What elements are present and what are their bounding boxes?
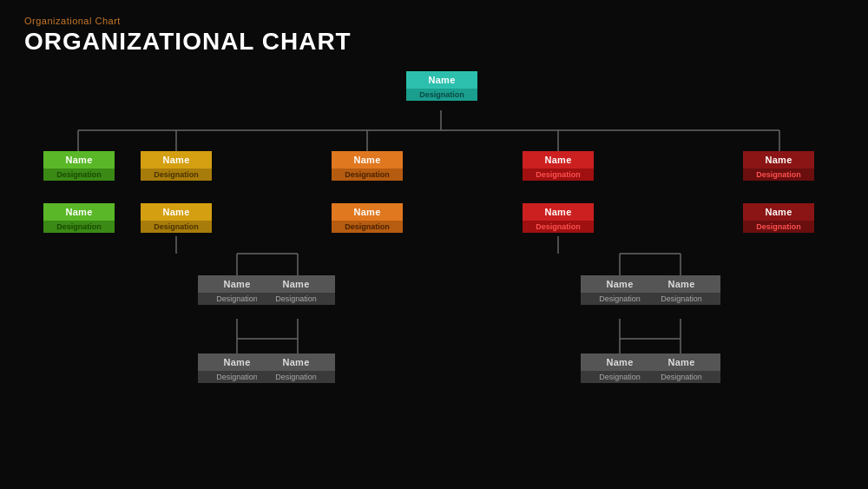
node-l1-3-name: Name bbox=[332, 151, 403, 169]
node-l3-2: Name Designation bbox=[257, 275, 335, 305]
node-l2-4: Name Designation bbox=[523, 203, 594, 233]
connector-lines bbox=[24, 63, 844, 436]
node-l2-1: Name Designation bbox=[43, 203, 115, 233]
node-l1-5: Name Designation bbox=[743, 151, 814, 181]
page-subtitle: Organizational Chart bbox=[24, 16, 844, 26]
node-l3-2-desig: Designation bbox=[257, 293, 335, 305]
node-l1-2-desig: Designation bbox=[141, 169, 212, 181]
node-l3-4-name: Name bbox=[642, 275, 720, 293]
node-l4-4-desig: Designation bbox=[642, 371, 720, 383]
node-l4-2: Name Designation bbox=[257, 354, 335, 383]
node-l1-4-name: Name bbox=[523, 151, 594, 169]
page: Organizational Chart ORGANIZATIONAL CHAR… bbox=[0, 0, 868, 489]
node-root: Name Designation bbox=[406, 71, 477, 101]
node-l2-5-desig: Designation bbox=[743, 221, 814, 233]
node-l1-2-name: Name bbox=[141, 151, 212, 169]
node-l2-2-name: Name bbox=[141, 203, 212, 221]
node-root-name: Name bbox=[406, 71, 477, 89]
node-l2-5: Name Designation bbox=[743, 203, 814, 233]
node-l1-5-desig: Designation bbox=[743, 169, 814, 181]
node-l2-5-name: Name bbox=[743, 203, 814, 221]
node-l1-3-desig: Designation bbox=[332, 169, 403, 181]
node-l4-2-desig: Designation bbox=[257, 371, 335, 383]
org-chart: Name Designation Name Designation Name D… bbox=[24, 63, 844, 436]
node-l2-3-name: Name bbox=[332, 203, 403, 221]
node-l2-4-name: Name bbox=[523, 203, 594, 221]
node-l1-5-name: Name bbox=[743, 151, 814, 169]
node-l2-1-desig: Designation bbox=[43, 221, 115, 233]
node-l2-4-desig: Designation bbox=[523, 221, 594, 233]
node-l2-2-desig: Designation bbox=[141, 221, 212, 233]
node-l2-1-name: Name bbox=[43, 203, 115, 221]
node-l4-4: Name Designation bbox=[642, 354, 720, 383]
node-l2-3: Name Designation bbox=[332, 203, 403, 233]
node-l3-4: Name Designation bbox=[642, 275, 720, 305]
node-l4-2-name: Name bbox=[257, 354, 335, 371]
node-l2-3-desig: Designation bbox=[332, 221, 403, 233]
node-l1-1-name: Name bbox=[43, 151, 115, 169]
node-l1-3: Name Designation bbox=[332, 151, 403, 181]
node-l2-2: Name Designation bbox=[141, 203, 212, 233]
node-l1-2: Name Designation bbox=[141, 151, 212, 181]
node-l3-2-name: Name bbox=[257, 275, 335, 293]
node-l1-1: Name Designation bbox=[43, 151, 115, 181]
page-title: ORGANIZATIONAL CHART bbox=[24, 28, 844, 56]
node-l1-4: Name Designation bbox=[523, 151, 594, 181]
node-l4-4-name: Name bbox=[642, 354, 720, 371]
node-root-designation: Designation bbox=[406, 89, 477, 101]
node-l3-4-desig: Designation bbox=[642, 293, 720, 305]
node-l1-4-desig: Designation bbox=[523, 169, 594, 181]
node-l1-1-desig: Designation bbox=[43, 169, 115, 181]
